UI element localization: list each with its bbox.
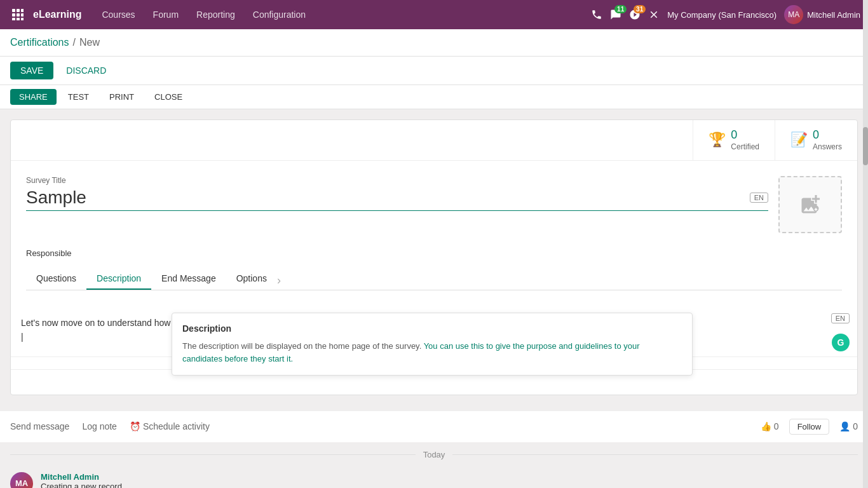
stats-row: 🏆 0 Certified 📝 0 Answers bbox=[11, 120, 857, 161]
navbar-reporting[interactable]: Reporting bbox=[189, 7, 243, 22]
activities-badge: 31 bbox=[634, 5, 646, 13]
print-button[interactable]: PRINT bbox=[100, 89, 143, 105]
certified-count: 0 bbox=[731, 128, 759, 142]
user-avatar: MA bbox=[784, 5, 803, 24]
description-lang-badge[interactable]: EN bbox=[831, 313, 850, 323]
tooltip-text-plain: The description will be displayed on the… bbox=[182, 341, 424, 351]
navbar-configuration[interactable]: Configuration bbox=[245, 7, 313, 22]
company-name: My Company (San Francisco) bbox=[667, 10, 776, 20]
send-message-button[interactable]: Send message bbox=[10, 421, 69, 431]
navbar: eLearning Courses Forum Reporting Config… bbox=[0, 0, 868, 29]
today-divider: Today bbox=[0, 442, 868, 467]
tabs-chevron-icon[interactable]: › bbox=[277, 274, 281, 287]
breadcrumb-separator: / bbox=[72, 37, 75, 48]
secondary-bar: SHARE TEST PRINT CLOSE bbox=[0, 85, 868, 109]
tab-questions[interactable]: Questions bbox=[26, 268, 86, 290]
edit-icon: 📝 bbox=[790, 132, 808, 148]
cursor: | bbox=[21, 332, 24, 342]
followers-stat: 👤 0 bbox=[839, 421, 858, 431]
responsible-row: Responsible bbox=[26, 248, 842, 258]
certified-stat[interactable]: 🏆 0 Certified bbox=[693, 120, 775, 160]
svg-rect-1 bbox=[17, 9, 20, 12]
lang-badge[interactable]: EN bbox=[750, 193, 768, 203]
survey-title-input[interactable] bbox=[26, 187, 768, 211]
chat-content: Mitchell Admin Creating a new record... bbox=[41, 472, 129, 488]
likes-stat: 👍 0 bbox=[761, 421, 779, 431]
tooltip-popup: Description The description will be disp… bbox=[172, 313, 693, 376]
navbar-courses[interactable]: Courses bbox=[94, 7, 142, 22]
svg-rect-0 bbox=[12, 9, 15, 12]
image-upload[interactable] bbox=[778, 176, 842, 233]
activities-icon[interactable]: 31 bbox=[629, 9, 641, 20]
answers-info: 0 Answers bbox=[813, 128, 842, 152]
chat-avatar: MA bbox=[10, 472, 33, 488]
bottom-right: 👍 0 Follow 👤 0 bbox=[761, 419, 858, 435]
title-row: Survey Title EN bbox=[26, 176, 842, 233]
follow-button[interactable]: Follow bbox=[789, 419, 830, 435]
breadcrumb-parent[interactable]: Certifications bbox=[10, 37, 69, 48]
app-brand[interactable]: eLearning bbox=[33, 9, 81, 20]
close-button[interactable]: CLOSE bbox=[146, 89, 191, 105]
navbar-right: 11 31 My Company (San Francisco) MA Mitc… bbox=[591, 5, 860, 24]
svg-rect-7 bbox=[17, 18, 20, 20]
action-bar: SAVE DISCARD bbox=[0, 57, 868, 85]
close-nav-icon[interactable] bbox=[648, 9, 660, 20]
grammarly-button[interactable]: G bbox=[832, 334, 850, 351]
main-content: 🏆 0 Certified 📝 0 Answers Survey Title bbox=[0, 109, 868, 405]
title-section: Survey Title EN bbox=[26, 176, 768, 211]
answers-stat[interactable]: 📝 0 Answers bbox=[775, 120, 857, 160]
tooltip-title: Description bbox=[182, 323, 682, 334]
user-name: Mitchell Admin bbox=[807, 10, 860, 20]
thumbsup-icon: 👍 bbox=[761, 421, 771, 431]
chat-entry: MA Mitchell Admin Creating a new record.… bbox=[0, 467, 868, 488]
clock-icon: ⏰ bbox=[130, 421, 140, 431]
test-button[interactable]: TEST bbox=[59, 89, 98, 105]
svg-rect-5 bbox=[21, 13, 24, 17]
survey-title-label: Survey Title bbox=[26, 176, 768, 185]
chat-icon[interactable]: 11 bbox=[610, 9, 621, 20]
chat-text: Creating a new record... bbox=[41, 482, 129, 488]
tab-options[interactable]: Options bbox=[226, 268, 277, 290]
svg-rect-6 bbox=[12, 18, 15, 20]
svg-rect-8 bbox=[21, 18, 24, 20]
divider-line-left bbox=[10, 454, 416, 455]
person-icon: 👤 bbox=[839, 421, 850, 431]
svg-rect-2 bbox=[21, 9, 24, 12]
certified-info: 0 Certified bbox=[731, 128, 759, 152]
followers-count: 0 bbox=[853, 421, 858, 431]
tab-end-message[interactable]: End Message bbox=[151, 268, 226, 290]
form-body: Survey Title EN Responsible bbox=[11, 161, 857, 306]
discard-button[interactable]: DISCARD bbox=[58, 62, 114, 79]
chat-user-name[interactable]: Mitchell Admin bbox=[41, 472, 129, 482]
tab-description[interactable]: Description bbox=[86, 268, 151, 290]
save-button[interactable]: SAVE bbox=[10, 62, 53, 79]
bottom-bar: Send message Log note ⏰ Schedule activit… bbox=[0, 410, 868, 442]
likes-count: 0 bbox=[774, 421, 779, 431]
log-note-button[interactable]: Log note bbox=[82, 421, 117, 431]
svg-rect-3 bbox=[12, 13, 15, 17]
breadcrumb-current: New bbox=[79, 37, 100, 48]
answers-label: Answers bbox=[813, 142, 842, 152]
certified-label: Certified bbox=[731, 142, 759, 152]
messages-badge: 11 bbox=[614, 5, 627, 13]
scrollbar[interactable] bbox=[863, 0, 868, 488]
user-menu[interactable]: MA Mitchell Admin bbox=[784, 5, 860, 24]
grid-menu-icon[interactable] bbox=[8, 4, 28, 25]
today-label: Today bbox=[423, 450, 445, 459]
tabs-bar: Questions Description End Message Option… bbox=[26, 268, 842, 290]
navbar-forum[interactable]: Forum bbox=[146, 7, 186, 22]
schedule-activity-button[interactable]: ⏰ Schedule activity bbox=[130, 421, 210, 431]
svg-rect-4 bbox=[17, 13, 20, 17]
trophy-icon: 🏆 bbox=[709, 132, 726, 148]
responsible-label: Responsible bbox=[26, 248, 90, 258]
share-button[interactable]: SHARE bbox=[10, 89, 57, 105]
breadcrumb: Certifications / New bbox=[0, 29, 868, 57]
divider-line-right bbox=[452, 454, 858, 455]
phone-icon[interactable] bbox=[591, 9, 602, 20]
navbar-links: Courses Forum Reporting Configuration bbox=[94, 7, 591, 22]
scrollbar-thumb[interactable] bbox=[863, 127, 868, 165]
tooltip-text: The description will be displayed on the… bbox=[182, 340, 682, 365]
answers-count: 0 bbox=[813, 128, 842, 142]
